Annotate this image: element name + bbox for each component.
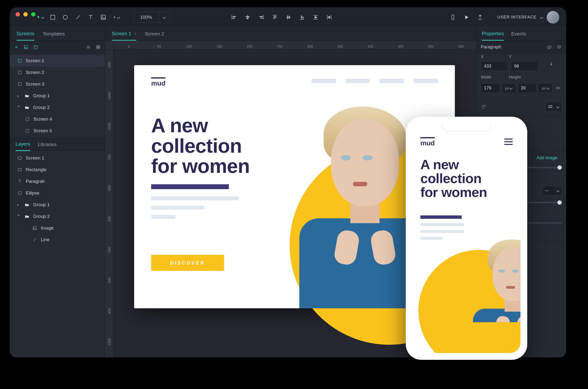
align-hcenter-icon[interactable] (244, 14, 251, 21)
ruler-tick: 500 (105, 265, 114, 296)
pin-icon[interactable] (541, 61, 562, 67)
doc-tab-2[interactable]: Screen 2 (145, 28, 164, 40)
width-input[interactable]: 179 (481, 83, 500, 93)
screens-tree: Screen 1 Screen 2 Screen 3 ›Group 1 ›Gro… (10, 54, 105, 138)
avatar[interactable] (547, 11, 559, 24)
hamburger-icon[interactable] (504, 139, 513, 145)
doc-tab-1[interactable]: Screen 1× (112, 28, 136, 41)
close-icon[interactable]: × (134, 32, 136, 36)
svg-rect-11 (274, 16, 275, 19)
layer-item[interactable]: Rectangle (10, 164, 105, 176)
hero-line-3: for women (420, 185, 487, 200)
add-tool-icon[interactable] (112, 14, 119, 21)
group-item[interactable]: ›Group 2 (10, 102, 105, 113)
svg-rect-17 (315, 16, 317, 18)
border-style[interactable]: — (542, 186, 562, 195)
item-label: Screen 5 (33, 128, 52, 133)
tab-libraries[interactable]: Libraries (38, 138, 57, 151)
link-icon[interactable] (555, 85, 562, 91)
device-icon[interactable] (449, 14, 457, 21)
layers-icon[interactable] (557, 44, 562, 50)
tab-properties[interactable]: Properties (482, 28, 504, 41)
svg-rect-0 (51, 15, 55, 19)
tab-screens[interactable]: Screens (17, 28, 34, 41)
image-icon[interactable] (23, 44, 29, 50)
screen-item[interactable]: Screen 1 (10, 55, 105, 67)
rectangle-tool-icon[interactable] (49, 14, 56, 21)
svg-rect-23 (98, 45, 100, 47)
item-label: Screen 2 (26, 70, 44, 75)
tab-events[interactable]: Events (511, 28, 526, 40)
chevron-down-icon[interactable]: › (16, 214, 22, 218)
rotate-icon[interactable] (481, 104, 486, 109)
ruler-tick: 600 (105, 203, 114, 234)
hero-title: A new collection for women (151, 115, 250, 176)
zoom-chevron-icon[interactable] (159, 12, 170, 22)
line-icon (32, 237, 37, 242)
y-input[interactable]: 98 (511, 61, 538, 71)
export-icon[interactable] (33, 44, 38, 50)
align-right-icon[interactable] (258, 14, 265, 21)
svg-rect-18 (328, 16, 330, 18)
add-image-link[interactable]: Add image (532, 155, 562, 161)
width-label: Width (481, 75, 506, 80)
screen-item[interactable]: Screen 4 (10, 113, 105, 125)
layer-item[interactable]: Line (10, 234, 105, 246)
add-icon[interactable] (14, 44, 19, 50)
align-left-icon[interactable] (230, 14, 238, 21)
zoom-control[interactable]: 100% (133, 12, 170, 23)
group-item[interactable]: ›Group 1 (10, 90, 105, 102)
visibility-icon[interactable] (547, 44, 552, 50)
layer-item[interactable]: Paragrah (10, 176, 105, 187)
unit-label: px (542, 86, 546, 90)
maximize-icon[interactable] (31, 12, 35, 17)
height-input[interactable]: 39 (518, 83, 537, 93)
layer-item[interactable]: Ellipse (10, 187, 105, 199)
chevron-right-icon[interactable]: › (17, 202, 21, 207)
layer-item[interactable]: Image (10, 222, 105, 234)
screen-item[interactable]: Screen 5 (10, 125, 105, 137)
ellipse-tool-icon[interactable] (62, 14, 69, 21)
artboard-mobile[interactable]: mud A new collection for women (406, 117, 527, 360)
upload-icon[interactable] (476, 14, 484, 21)
select-tool-icon[interactable] (36, 14, 44, 21)
chevron-down-icon[interactable]: › (16, 105, 22, 109)
height-unit[interactable]: px (538, 83, 553, 93)
play-icon[interactable] (463, 14, 470, 21)
width-unit[interactable]: px (502, 83, 516, 93)
ruler-vertical: 950100010507006506005505004501300 (105, 50, 114, 357)
align-bottom-icon[interactable] (298, 14, 306, 21)
x-input[interactable]: 433 (481, 61, 508, 71)
text-tool-icon[interactable] (87, 14, 94, 21)
image-tool-icon[interactable] (100, 14, 107, 21)
tab-layers[interactable]: Layers (16, 138, 30, 151)
svg-rect-30 (26, 129, 29, 132)
user-menu-label: USER INTERFACE (497, 15, 536, 20)
user-menu[interactable]: USER INTERFACE (497, 11, 559, 24)
layer-group[interactable]: ›Group 2 (10, 211, 105, 222)
chevron-right-icon[interactable]: › (17, 93, 21, 98)
item-label: Screen 3 (26, 81, 44, 87)
screen-item[interactable]: Screen 3 (10, 78, 105, 90)
grid-view-icon[interactable] (95, 44, 101, 50)
screen-item[interactable]: Screen 2 (10, 67, 105, 78)
tab-templates[interactable]: Templates (43, 28, 65, 40)
distribute-h-icon[interactable] (325, 14, 333, 21)
minimize-icon[interactable] (23, 12, 28, 17)
rotation-input[interactable]: 10 (545, 102, 562, 112)
line-tool-icon[interactable] (74, 14, 82, 21)
discover-button[interactable]: DISCOVER (151, 255, 224, 271)
hero-person (464, 238, 521, 322)
close-icon[interactable] (16, 12, 20, 17)
folder-icon (24, 214, 30, 219)
distribute-v-icon[interactable] (312, 14, 319, 21)
folder-icon (24, 202, 30, 207)
align-top-icon[interactable] (271, 14, 278, 21)
zoom-value[interactable]: 100% (133, 15, 159, 20)
ruler-tick: 250 (265, 44, 295, 49)
align-vcenter-icon[interactable] (285, 14, 292, 21)
layer-group[interactable]: ›Group 1 (10, 199, 105, 211)
list-view-icon[interactable] (86, 44, 91, 50)
layer-item[interactable]: Screen 1 (10, 152, 105, 164)
ruler-tick: 0 (114, 44, 144, 49)
